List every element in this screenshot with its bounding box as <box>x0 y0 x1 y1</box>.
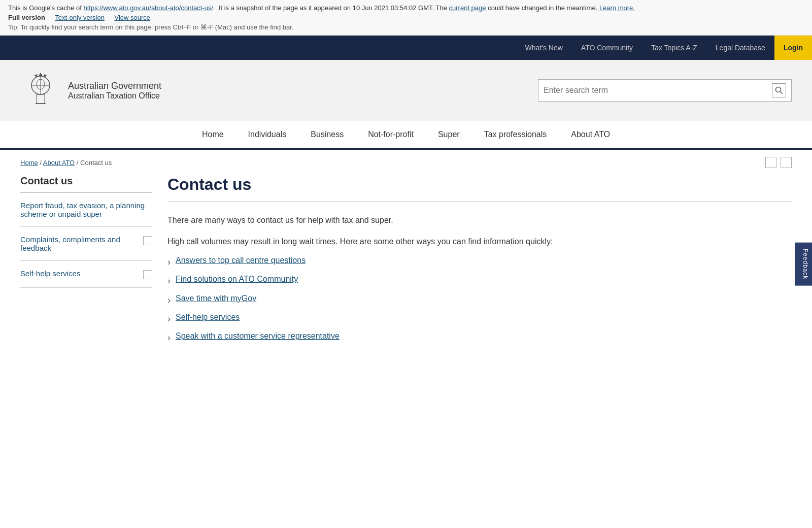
gov-name: Australian Government <box>68 81 161 91</box>
main-content: Contact us There are many ways to contac… <box>167 175 792 350</box>
nav-individuals[interactable]: Individuals <box>236 121 299 148</box>
cache-mid: . It is a snapshot of the page as it app… <box>215 4 447 12</box>
breadcrumb-icon-1[interactable] <box>765 157 776 168</box>
svg-line-10 <box>781 92 783 94</box>
cache-intro: This is Google's cache of <box>8 4 82 12</box>
list-item: Save time with myGov <box>167 294 792 307</box>
nav-tax-topics[interactable]: Tax Topics A-Z <box>642 36 706 60</box>
sidebar-item-fraud: Report fraud, tax evasion, a planning sc… <box>20 193 152 227</box>
svg-rect-7 <box>37 94 45 104</box>
nav-whats-new[interactable]: What's New <box>516 36 572 60</box>
cache-end: could have changed in the meantime. <box>488 4 597 12</box>
learn-more-link[interactable]: Learn more. <box>599 4 635 12</box>
link-mygov[interactable]: Save time with myGov <box>176 294 256 303</box>
sidebar-item-selfhelp: Self-help services <box>20 261 152 288</box>
ato-crest-icon <box>20 70 61 111</box>
sidebar-link-complaints[interactable]: Complaints, compliments and feedback <box>20 235 139 252</box>
search-icon <box>775 86 783 94</box>
page-title: Contact us <box>167 175 792 202</box>
full-version-label: Full version <box>8 14 45 21</box>
search-submit-button[interactable] <box>772 83 786 97</box>
sidebar-complaints-checkbox[interactable] <box>143 236 152 245</box>
link-ato-community[interactable]: Find solutions on ATO Community <box>176 275 298 284</box>
intro-para-1: There are many ways to contact us for he… <box>167 214 792 227</box>
nav-legal-database[interactable]: Legal Database <box>706 36 774 60</box>
content-wrapper: Contact us Report fraud, tax evasion, a … <box>0 175 812 371</box>
list-item: Speak with a customer service representa… <box>167 332 792 344</box>
current-page-link[interactable]: current page <box>449 4 486 12</box>
breadcrumb: Home / About ATO / Contact us <box>20 159 112 167</box>
view-source-link[interactable]: View source <box>115 14 151 21</box>
list-item: Answers to top call centre questions <box>167 256 792 269</box>
nav-tax-professionals[interactable]: Tax professionals <box>472 121 559 148</box>
search-input[interactable] <box>544 86 772 95</box>
top-nav: What's New ATO Community Tax Topics A-Z … <box>0 36 812 60</box>
nav-about-ato[interactable]: About ATO <box>559 121 622 148</box>
svg-point-9 <box>776 87 781 92</box>
version-links: Full version Text-only version View sour… <box>8 14 804 21</box>
breadcrumb-bar: Home / About ATO / Contact us <box>0 150 812 175</box>
nav-not-for-profit[interactable]: Not-for-profit <box>356 121 426 148</box>
breadcrumb-home[interactable]: Home <box>20 159 38 167</box>
text-only-link[interactable]: Text-only version <box>55 14 105 21</box>
cache-url-link[interactable]: https://www.ato.gov.au/about-ato/contact… <box>83 4 213 12</box>
agency-name: Australian Taxation Office <box>68 91 161 101</box>
sidebar-link-fraud[interactable]: Report fraud, tax evasion, a planning sc… <box>20 201 152 218</box>
breadcrumb-about-ato[interactable]: About ATO <box>43 159 75 167</box>
sidebar: Contact us Report fraud, tax evasion, a … <box>20 175 152 350</box>
intro-para-2: High call volumes may result in long wai… <box>167 235 792 248</box>
svg-marker-4 <box>39 73 43 76</box>
list-item: Self-help services <box>167 313 792 325</box>
quick-links-list: Answers to top call centre questions Fin… <box>167 256 792 344</box>
link-call-centre[interactable]: Answers to top call centre questions <box>176 256 306 265</box>
link-self-help[interactable]: Self-help services <box>176 313 240 322</box>
list-item: Find solutions on ATO Community <box>167 275 792 287</box>
nav-home[interactable]: Home <box>190 121 236 148</box>
breadcrumb-icon-2[interactable] <box>781 157 792 168</box>
nav-super[interactable]: Super <box>426 121 472 148</box>
breadcrumb-icons <box>765 157 792 168</box>
site-header: Australian Government Australian Taxatio… <box>0 60 812 121</box>
sidebar-link-selfhelp[interactable]: Self-help services <box>20 269 139 278</box>
sidebar-selfhelp-checkbox[interactable] <box>143 270 152 279</box>
main-nav: Home Individuals Business Not-for-profit… <box>0 121 812 150</box>
search-box <box>538 79 792 102</box>
tip-text: Tip: To quickly find your search term on… <box>8 23 804 31</box>
search-area <box>538 79 792 102</box>
logo-area: Australian Government Australian Taxatio… <box>20 70 161 111</box>
sidebar-title: Contact us <box>20 175 152 193</box>
breadcrumb-current: Contact us <box>80 159 112 167</box>
logo-text: Australian Government Australian Taxatio… <box>68 81 161 101</box>
cache-bar: This is Google's cache of https://www.at… <box>0 0 812 36</box>
link-speak-rep[interactable]: Speak with a customer service representa… <box>176 332 340 341</box>
feedback-tab[interactable]: Feedback <box>795 243 812 286</box>
nav-business[interactable]: Business <box>298 121 356 148</box>
nav-ato-community[interactable]: ATO Community <box>572 36 642 60</box>
breadcrumb-separator-2: / <box>77 159 80 167</box>
login-button[interactable]: Login <box>774 36 812 60</box>
sidebar-item-complaints: Complaints, compliments and feedback <box>20 227 152 261</box>
